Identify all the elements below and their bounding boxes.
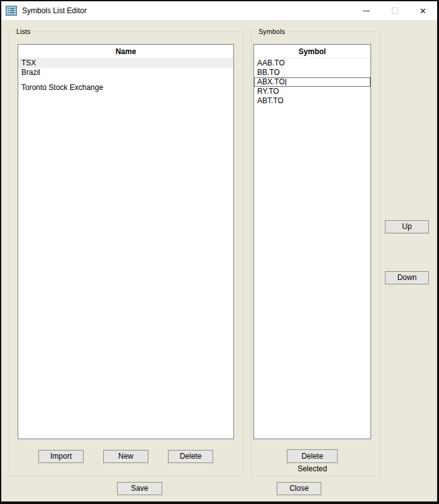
lists-group-label: Lists — [14, 28, 33, 35]
symbols-group-label: Symbols — [257, 28, 287, 35]
maximize-icon — [392, 8, 398, 14]
down-button[interactable]: Down — [385, 271, 429, 284]
minimize-icon — [363, 11, 370, 11]
new-button[interactable]: New — [103, 450, 148, 463]
close-dialog-button[interactable]: Close — [277, 482, 321, 495]
symbols-table[interactable]: Symbol AAB.TO BB.TO ABX.TO RY.TO ABT.TO — [253, 44, 371, 439]
list-row-tsx[interactable]: TSX — [18, 59, 233, 68]
symbol-row-abt[interactable]: ABT.TO — [254, 96, 370, 106]
import-button[interactable]: Import — [38, 450, 84, 463]
dialog-body: Lists Name TSX Brazil Toronto Stock Exch… — [1, 20, 437, 501]
app-list-icon — [6, 5, 17, 16]
minimize-button[interactable] — [352, 1, 381, 20]
maximize-button[interactable] — [381, 1, 409, 20]
delete-selected-button[interactable]: Delete Selected — [287, 449, 338, 463]
lists-table-header: Name — [18, 45, 233, 59]
symbol-row-ry[interactable]: RY.TO — [254, 87, 370, 96]
window-controls: ✕ — [352, 1, 437, 20]
list-row-toronto-stock-exchange[interactable]: Toronto Stock Exchange — [18, 83, 233, 92]
lists-table[interactable]: Name TSX Brazil Toronto Stock Exchange — [18, 44, 234, 439]
symbols-groupbox: Symbols Symbol AAB.TO BB.TO ABX.TO RY.TO… — [251, 31, 381, 476]
titlebar: Symbols List Editor ✕ — [1, 1, 437, 20]
symbols-list-editor-window: Symbols List Editor ✕ Lists Name TSX Bra… — [0, 0, 439, 504]
symbol-edit-field[interactable]: ABX.TO — [254, 77, 370, 87]
close-button[interactable]: ✕ — [409, 1, 437, 20]
save-button[interactable]: Save — [117, 482, 162, 495]
window-title: Symbols List Editor — [22, 6, 87, 15]
up-button[interactable]: Up — [385, 220, 429, 233]
delete-button[interactable]: Delete — [168, 450, 213, 463]
lists-groupbox: Lists Name TSX Brazil Toronto Stock Exch… — [9, 31, 243, 476]
close-icon: ✕ — [420, 7, 426, 15]
symbol-row-bb[interactable]: BB.TO — [254, 68, 370, 77]
symbols-table-header: Symbol — [254, 45, 370, 59]
symbol-row-aab[interactable]: AAB.TO — [254, 59, 370, 68]
list-row-spacer — [18, 77, 233, 83]
text-caret — [286, 79, 286, 86]
list-row-brazil[interactable]: Brazil — [18, 68, 233, 77]
symbol-edit-value: ABX.TO — [257, 77, 285, 86]
